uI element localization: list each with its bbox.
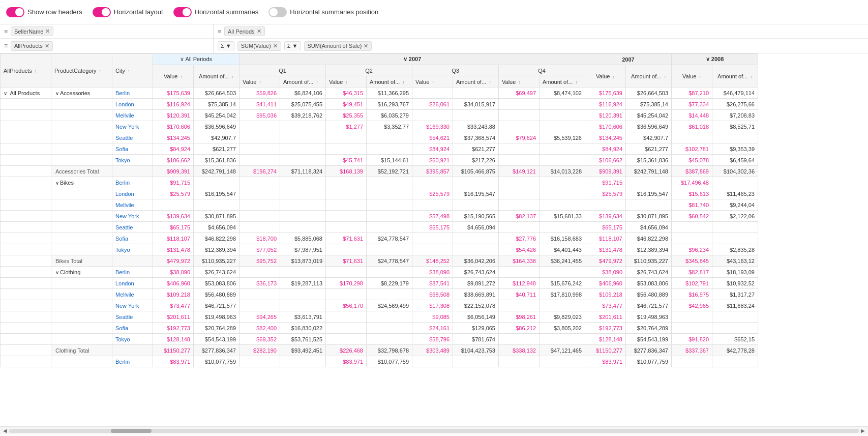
table-row: Accessories Total$909,391$242,791,148$19… <box>1 166 758 177</box>
horizontal-summaries-toggle-group: Horizontal summaries <box>173 7 259 17</box>
scroll-right-btn[interactable]: ▶ <box>861 428 865 433</box>
filter-line-seller: ≡ SellerName ✕ <box>0 24 213 39</box>
table-row: Mellvile$81,740$9,244,04 <box>1 199 758 211</box>
table-row: New York$73,477$46,721,577$56,170$24,569… <box>1 300 758 311</box>
collapse-allproducts-icon[interactable]: ∨ <box>4 91 7 96</box>
header-2008: ∨ 2008 <box>672 54 758 65</box>
horizontal-summaries-toggle[interactable] <box>173 7 192 17</box>
col-category-cell <box>51 300 112 311</box>
col-category-cell <box>51 143 112 155</box>
filter-icon-periods: ≡ <box>218 28 221 35</box>
col-q1v: Value ↑ <box>240 76 280 88</box>
horizontal-summaries-position-toggle[interactable] <box>268 7 287 17</box>
col-city-cell: Berlin <box>112 88 153 99</box>
col-city-cell: London <box>112 188 153 199</box>
col-city-cell: Mellvile <box>112 199 153 211</box>
table-row: ∨ All Products∨AccessoriesBerlin$175,639… <box>1 88 758 99</box>
scroll-left-btn[interactable]: ◀ <box>3 428 7 433</box>
periods-tag-close[interactable]: ✕ <box>257 28 261 35</box>
show-row-headers-label: Show row headers <box>27 8 82 16</box>
sum-value-label: SUM(Value) <box>241 43 271 49</box>
filter-icon-products: ≡ <box>4 42 8 49</box>
col-city-cell: Sofia <box>112 233 153 244</box>
col-category-cell <box>51 278 112 289</box>
header-row-allperiods: AllProducts ↑ ProductCategory ↑ City ↑ ∨… <box>1 54 758 65</box>
show-row-headers-toggle[interactable] <box>6 7 24 17</box>
products-tag-close[interactable]: ✕ <box>45 43 49 49</box>
filter-line-measures: Σ ▼ SUM(Value) ✕ Σ ▼ SUM(Amount of Sale)… <box>214 39 868 53</box>
scrollbar-area[interactable]: ◀ ▶ <box>0 426 868 434</box>
col-q3v: Value ↑ <box>412 76 453 88</box>
filters-area: ≡ SellerName ✕ ≡ AllProducts ✕ ≡ All Per… <box>0 24 868 53</box>
col-q1a: Amount of... ↑ <box>280 76 326 88</box>
collapse-2008[interactable]: ∨ <box>706 56 711 62</box>
filter-icon-seller: ≡ <box>4 28 8 35</box>
col-category-cell <box>51 233 112 244</box>
col-city: City ↑ <box>112 54 153 88</box>
sum-amount-btn[interactable]: Σ ▼ <box>284 41 301 50</box>
table-row: New York$139,634$30,871,895$57,498$15,19… <box>1 211 758 222</box>
col-allproducts-cell <box>1 267 51 278</box>
col-productcategory: ProductCategory ↑ <box>51 54 112 88</box>
seller-tag-close[interactable]: ✕ <box>45 28 50 35</box>
collapse-2007[interactable]: ∨ <box>403 56 409 62</box>
col-allproducts-cell <box>1 311 51 323</box>
periods-filter-tag[interactable]: All Periods ✕ <box>224 26 265 36</box>
col-city-cell: Seattle <box>112 222 153 233</box>
col-category-cell: ∨Accessories <box>51 88 112 99</box>
col-value-y7: Value ↑ <box>585 65 626 88</box>
col-allproducts-cell <box>1 177 51 188</box>
col-allproducts-cell <box>1 356 51 367</box>
collapse-allperiods[interactable]: ∨ <box>180 56 185 62</box>
table-row: London$406,960$53,083,806$36,173$19,287,… <box>1 278 758 289</box>
sort-productcategory[interactable]: ↑ <box>99 69 102 74</box>
col-city-cell: Mellvile <box>112 289 153 300</box>
col-allproducts-cell <box>1 166 51 177</box>
col-q2v: Value ↑ <box>326 76 367 88</box>
col-category-cell <box>51 155 112 166</box>
seller-filter-tag[interactable]: SellerName ✕ <box>11 26 53 36</box>
products-filter-tag[interactable]: AllProducts ✕ <box>11 41 53 51</box>
filter-left: ≡ SellerName ✕ ≡ AllProducts ✕ <box>0 24 214 53</box>
collapse-subcat-icon[interactable]: ∨ <box>55 91 59 96</box>
col-q4v: Value ↑ <box>499 76 540 88</box>
scrollbar-track[interactable] <box>9 429 859 433</box>
sum-amount-close[interactable]: ✕ <box>364 43 368 49</box>
sigma-arrow-2: ▼ <box>292 43 298 49</box>
table-row: Mellvile$120,391$45,254,042$95,036$39,21… <box>1 110 758 121</box>
sum-value-close[interactable]: ✕ <box>273 43 278 49</box>
sort-allproducts[interactable]: ↑ <box>35 69 37 74</box>
products-tag-label: AllProducts <box>14 43 43 49</box>
collapse-subcat-icon[interactable]: ∨ <box>55 270 59 275</box>
table-row: Bikes Total$479,972$110,935,227$95,752$1… <box>1 255 758 267</box>
scrollbar-thumb[interactable] <box>111 429 152 433</box>
table-row: Sofia$118,107$46,822,298$18,700$5,885,06… <box>1 233 758 244</box>
sum-amount-tag[interactable]: SUM(Amount of Sale) ✕ <box>304 41 372 51</box>
col-city-cell: Mellvile <box>112 110 153 121</box>
table-row: Sofia$84,924$621,277$84,924$621,277$84,9… <box>1 143 758 155</box>
col-category-cell <box>51 99 112 110</box>
sigma-icon-1: Σ <box>221 43 224 49</box>
toolbar: Show row headers Horizontal layout Horiz… <box>0 0 868 24</box>
horizontal-summaries-label: Horizontal summaries <box>195 8 259 16</box>
header-allperiods: ∨ All Periods <box>153 54 240 65</box>
pivot-body: ∨ All Products∨AccessoriesBerlin$175,639… <box>1 88 758 367</box>
sigma-arrow-1: ▼ <box>226 43 231 49</box>
col-category-cell <box>51 222 112 233</box>
col-city-cell: Berlin <box>112 267 153 278</box>
col-city-cell: Berlin <box>112 356 153 367</box>
sum-value-btn[interactable]: Σ ▼ <box>218 41 234 50</box>
col-allproducts-cell <box>1 188 51 199</box>
table-row: Seattle$134,245$42,907.7$54,621$37,368,5… <box>1 132 758 143</box>
col-allproducts-cell <box>1 255 51 267</box>
collapse-subcat-icon[interactable]: ∨ <box>55 180 59 186</box>
col-allproducts-cell <box>1 155 51 166</box>
horizontal-layout-toggle[interactable] <box>93 7 111 17</box>
sort-city[interactable]: ↑ <box>128 69 130 74</box>
table-row: Mellvile$109,218$56,480,889$68,508$38,66… <box>1 289 758 300</box>
col-city-cell: Tokyo <box>112 334 153 345</box>
sum-value-tag[interactable]: SUM(Value) ✕ <box>237 41 281 51</box>
col-city-cell: Tokyo <box>112 155 153 166</box>
col-category-cell <box>51 121 112 132</box>
col-category-cell: ∨Bikes <box>51 177 112 188</box>
